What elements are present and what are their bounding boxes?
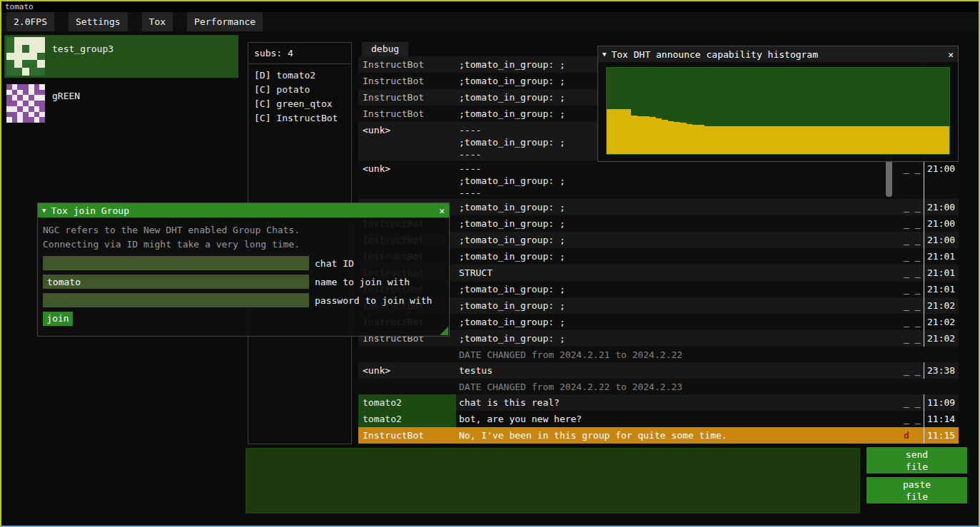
histogram-bar bbox=[821, 126, 827, 154]
app-window: tomato 2.0FPS SettingsToxPerformance tes… bbox=[0, 0, 980, 527]
chat-message: ;tomato_in_group: ; bbox=[456, 297, 899, 314]
histogram-bar bbox=[717, 126, 723, 154]
histogram-bar bbox=[729, 126, 736, 154]
chat-message: ;tomato_in_group: ; bbox=[456, 281, 899, 297]
chat-date-row[interactable]: DATE CHANGED from 2024.2.22 to 2024.2.23 bbox=[358, 379, 959, 394]
chat-flags: _ _ bbox=[899, 232, 924, 248]
collapse-icon[interactable]: ▼ bbox=[42, 207, 46, 214]
window-titlebar[interactable]: tomato bbox=[1, 1, 979, 12]
message-input[interactable] bbox=[246, 448, 860, 513]
chat-time: 23:38 bbox=[924, 362, 959, 379]
histogram-bar bbox=[643, 116, 650, 154]
menu-item-tox[interactable]: Tox bbox=[142, 12, 173, 31]
chat-sender: tomato2 bbox=[358, 394, 456, 411]
join-group-dialog: ▼ Tox join Group ✕ NGC refers to the New… bbox=[37, 203, 450, 337]
histogram-bar bbox=[631, 116, 637, 154]
close-icon[interactable]: ✕ bbox=[948, 49, 954, 60]
menu-item-settings[interactable]: Settings bbox=[69, 12, 128, 31]
chat-time: 21:02 bbox=[924, 314, 959, 330]
member-item[interactable]: [C] green_qtox bbox=[254, 97, 345, 111]
chat-sender: tomato2 bbox=[358, 411, 456, 427]
histogram-bar bbox=[662, 120, 668, 154]
chat-date-row[interactable]: DATE CHANGED from 2024.2.21 to 2024.2.22 bbox=[358, 347, 959, 362]
join-dialog-titlebar[interactable]: ▼ Tox join Group ✕ bbox=[38, 203, 449, 218]
chat-message: ;tomato_in_group: ; bbox=[456, 215, 899, 232]
chat-flags: _ _ bbox=[899, 215, 924, 232]
histogram-bar bbox=[803, 126, 809, 154]
chat-time: 11:09 bbox=[924, 394, 959, 411]
histogram-bar bbox=[937, 126, 944, 154]
histogram-bar bbox=[931, 126, 938, 154]
histogram-bar bbox=[944, 126, 950, 154]
resize-grip[interactable] bbox=[440, 327, 448, 335]
member-item[interactable]: [D] tomato2 bbox=[254, 68, 345, 83]
join-input-chat-ID[interactable] bbox=[43, 256, 309, 270]
chat-row[interactable]: tomato2chat is this real?_ _11:09 bbox=[358, 394, 959, 411]
chat-flags: _ _ bbox=[899, 314, 924, 330]
date-changed-label: DATE CHANGED from 2024.2.22 to 2024.2.23 bbox=[456, 379, 899, 394]
chat-flags: d bbox=[899, 427, 924, 444]
paste-file-button[interactable]: paste file bbox=[867, 477, 967, 503]
chat-sender: InstructBot bbox=[358, 73, 456, 89]
histogram-bar bbox=[692, 125, 699, 154]
group-list: test_group3gREEN bbox=[4, 35, 238, 129]
chat-time: 21:01 bbox=[924, 265, 959, 281]
histogram-bar bbox=[735, 126, 742, 154]
histogram-bar bbox=[809, 126, 815, 154]
group-label: gREEN bbox=[52, 84, 80, 101]
group-label: test_group3 bbox=[52, 37, 113, 54]
histogram-bar bbox=[913, 126, 919, 154]
join-fields: chat IDname to join withpassword to join… bbox=[43, 256, 444, 307]
group-item-gREEN[interactable]: gREEN bbox=[4, 82, 238, 125]
chat-message: ;tomato_in_group: ; bbox=[456, 199, 899, 215]
menu-item-performance[interactable]: Performance bbox=[187, 12, 263, 31]
chat-message: bot, are you new here? bbox=[456, 411, 899, 427]
histogram-bar bbox=[870, 126, 877, 154]
date-changed-label: DATE CHANGED from 2024.2.21 to 2024.2.22 bbox=[456, 347, 899, 362]
chat-flags: _ _ bbox=[899, 160, 924, 199]
histogram-bar bbox=[852, 126, 858, 154]
chat-message: testus bbox=[456, 362, 899, 379]
close-icon[interactable]: ✕ bbox=[439, 205, 445, 216]
member-item[interactable]: [C] InstructBot bbox=[254, 111, 345, 126]
chat-sender: <unk> bbox=[358, 362, 456, 379]
histogram-bar bbox=[766, 126, 772, 154]
chat-row[interactable]: InstructBotNo, I've been in this group f… bbox=[358, 427, 959, 444]
chat-flags: _ _ bbox=[899, 265, 924, 281]
chat-message: STRUCT bbox=[456, 265, 899, 281]
histogram-bar bbox=[674, 122, 680, 154]
chat-flags: _ _ bbox=[899, 394, 924, 411]
join-field-label: chat ID bbox=[315, 258, 354, 269]
histogram-bar bbox=[607, 109, 613, 154]
tab-debug[interactable]: debug bbox=[362, 42, 408, 56]
collapse-icon[interactable]: ▼ bbox=[602, 51, 606, 58]
chat-row[interactable]: <unk>---- ;tomato_in_group: ; ----_ _21:… bbox=[358, 160, 959, 199]
chat-time: 21:02 bbox=[924, 330, 959, 347]
chat-row[interactable]: tomato2bot, are you new here?_ _11:14 bbox=[358, 411, 959, 427]
group-avatar bbox=[6, 37, 45, 76]
histogram-titlebar[interactable]: ▼ Tox DHT announce capability histogram … bbox=[598, 46, 958, 62]
histogram-bar bbox=[650, 117, 656, 154]
chat-sender: <unk> bbox=[358, 160, 456, 199]
histogram-bar bbox=[699, 125, 705, 154]
histogram-bar bbox=[833, 126, 839, 154]
chat-message: No, I've been in this group for quite so… bbox=[456, 427, 899, 444]
fps-counter: 2.0FPS bbox=[6, 12, 54, 31]
join-input-password-to-join-with[interactable] bbox=[43, 293, 309, 307]
send-file-button[interactable]: send file bbox=[867, 447, 967, 474]
chat-sender: <unk> bbox=[358, 122, 456, 160]
histogram-bar bbox=[876, 126, 882, 154]
histogram-bar bbox=[625, 109, 632, 154]
join-button[interactable]: join bbox=[43, 312, 73, 326]
join-input-name-to-join-with[interactable] bbox=[43, 275, 309, 289]
histogram-bar bbox=[906, 126, 913, 154]
histogram-bar bbox=[846, 126, 852, 154]
histogram-bar bbox=[742, 126, 748, 154]
chat-time: 21:01 bbox=[924, 248, 959, 265]
group-item-test_group3[interactable]: test_group3 bbox=[4, 35, 238, 78]
chat-sender: InstructBot bbox=[358, 427, 456, 444]
chat-time: 11:15 bbox=[924, 427, 959, 444]
member-item[interactable]: [C] potato bbox=[254, 83, 345, 97]
chat-row[interactable]: <unk>testus_ _23:38 bbox=[358, 362, 959, 379]
histogram-bar bbox=[754, 126, 760, 154]
